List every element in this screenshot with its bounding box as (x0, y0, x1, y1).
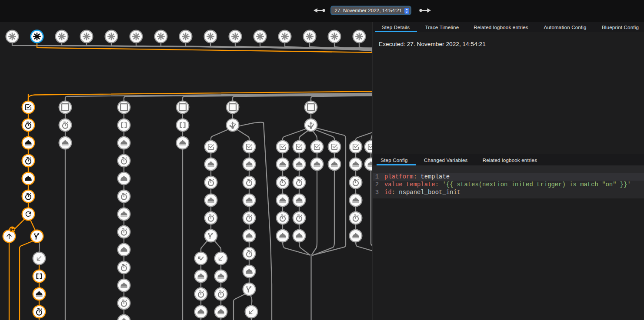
svg-text:9+: 9+ (10, 227, 15, 232)
